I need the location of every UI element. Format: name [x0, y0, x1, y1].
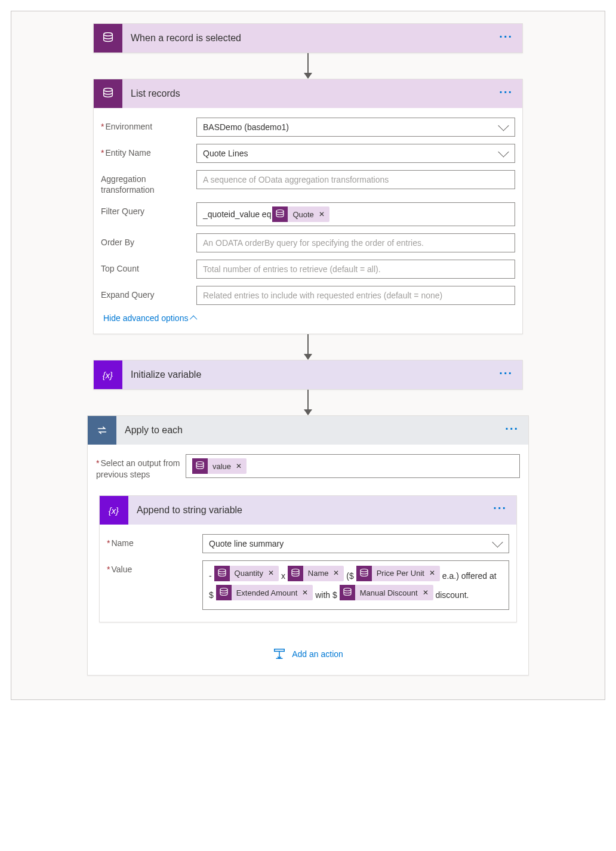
value-text: x [281, 571, 285, 581]
quote-token[interactable]: Quote ✕ [272, 206, 329, 222]
trigger-title: When a record is selected [122, 33, 499, 44]
token-remove-icon[interactable]: ✕ [429, 566, 435, 581]
list-records-title: List records [122, 88, 499, 99]
list-records-menu-button[interactable]: ··· [499, 85, 522, 103]
trigger-menu-button[interactable]: ··· [499, 30, 522, 47]
aggregation-label: Aggregation transformation [101, 170, 196, 195]
database-icon [214, 566, 230, 581]
value-label: Value [107, 560, 202, 575]
add-action-icon [273, 648, 286, 661]
append-menu-button[interactable]: ··· [493, 501, 516, 519]
list-records-card[interactable]: List records ··· Environment BASDemo (ba… [93, 79, 523, 334]
token-label: Quantity [235, 565, 263, 581]
add-action-button[interactable]: Add an action [96, 648, 520, 661]
token-remove-icon[interactable]: ✕ [268, 566, 274, 581]
token-label: value [212, 462, 231, 471]
database-icon [94, 79, 122, 108]
extended-amount-token[interactable]: Extended Amount✕ [216, 585, 313, 600]
token-remove-icon[interactable]: ✕ [423, 585, 429, 600]
expand-label: Expand Query [101, 286, 196, 300]
loop-icon [88, 416, 116, 445]
filter-text: _quoteid_value eq [203, 209, 271, 219]
quantity-token[interactable]: Quantity✕ [214, 566, 279, 581]
name-token[interactable]: Name✕ [288, 566, 344, 581]
token-label: Price Per Unit [377, 565, 424, 581]
apply-to-each-title: Apply to each [116, 425, 505, 436]
orderby-input[interactable]: An ODATA orderBy query for specifying th… [196, 233, 515, 252]
hide-advanced-link[interactable]: Hide advanced options [101, 309, 197, 325]
value-text: discount. [435, 590, 469, 600]
environment-label: Environment [101, 118, 196, 132]
value-text: with $ [315, 590, 337, 600]
database-icon [272, 206, 288, 222]
connector-arrow [304, 334, 312, 360]
token-remove-icon[interactable]: ✕ [302, 585, 308, 600]
token-remove-icon[interactable]: ✕ [319, 210, 325, 218]
connector-arrow [304, 53, 312, 79]
database-icon [192, 458, 208, 474]
topcount-input[interactable]: Total number of entries to retrieve (def… [196, 260, 515, 279]
initialize-variable-title: Initialize variable [122, 369, 499, 380]
value-input[interactable]: - Quantity✕ x Name✕ ($ Price Per Unit✕ e… [202, 560, 509, 610]
database-icon [94, 24, 122, 53]
flow-canvas: When a record is selected ··· List recor… [11, 11, 605, 700]
environment-select[interactable]: BASDemo (basdemo1) [196, 118, 515, 137]
variable-icon [100, 496, 128, 525]
select-output-input[interactable]: value ✕ [186, 454, 520, 478]
token-label: Quote [292, 210, 313, 219]
token-remove-icon[interactable]: ✕ [333, 566, 339, 581]
token-label: Extended Amount [236, 585, 298, 601]
filter-query-label: Filter Query [101, 202, 196, 217]
price-per-unit-token[interactable]: Price Per Unit✕ [356, 566, 440, 581]
select-output-label: Select an output from previous steps [96, 454, 186, 479]
connector-arrow [304, 390, 312, 415]
database-icon [340, 585, 355, 600]
loop-menu-button[interactable]: ··· [505, 422, 528, 439]
name-select[interactable]: Quote line summary [202, 534, 509, 553]
variable-icon [94, 360, 122, 389]
initialize-variable-card[interactable]: Initialize variable ··· [93, 360, 523, 390]
database-icon [288, 566, 303, 581]
orderby-label: Order By [101, 233, 196, 248]
apply-to-each-card[interactable]: Apply to each ··· Select an output from … [87, 415, 529, 675]
manual-discount-token[interactable]: Manual Discount✕ [340, 585, 433, 600]
aggregation-input[interactable]: A sequence of OData aggregation transfor… [196, 170, 515, 189]
topcount-label: Top Count [101, 260, 196, 274]
token-label: Name [308, 565, 329, 581]
database-icon [356, 566, 372, 581]
append-string-card[interactable]: Append to string variable ··· Name Quote… [99, 495, 517, 622]
name-label: Name [107, 534, 202, 548]
entity-label: Entity Name [101, 144, 196, 158]
initvar-menu-button[interactable]: ··· [499, 366, 522, 384]
filter-query-input[interactable]: _quoteid_value eq Quote ✕ [196, 202, 515, 226]
trigger-card[interactable]: When a record is selected ··· [93, 23, 523, 53]
entity-select[interactable]: Quote Lines [196, 144, 515, 163]
append-string-title: Append to string variable [128, 505, 493, 516]
expand-input[interactable]: Related entries to include with requeste… [196, 286, 515, 305]
value-text: ($ [346, 571, 353, 581]
database-icon [216, 585, 232, 600]
add-action-label: Add an action [292, 649, 343, 659]
token-remove-icon[interactable]: ✕ [236, 462, 242, 470]
token-label: Manual Discount [360, 585, 418, 601]
value-text: - [209, 571, 212, 581]
value-token[interactable]: value ✕ [192, 458, 247, 474]
